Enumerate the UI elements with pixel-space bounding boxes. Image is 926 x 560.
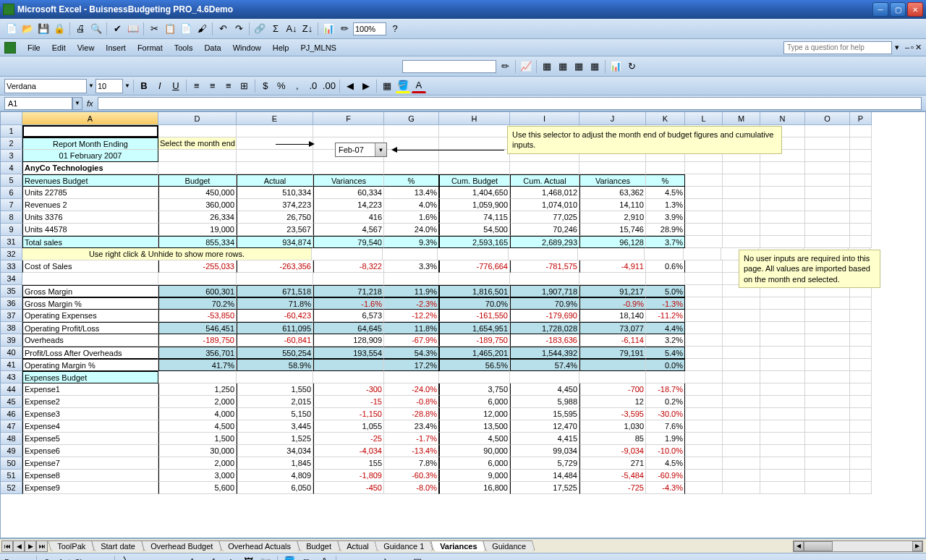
cell[interactable]: 2,910 [579, 211, 646, 224]
oval-icon[interactable]: ○ [171, 555, 186, 561]
cell[interactable]: -725 [579, 482, 646, 494]
3d-icon[interactable]: ▣ [410, 555, 425, 561]
cell[interactable]: Gross Margin [22, 285, 158, 297]
table-icon[interactable]: ▦ [540, 59, 554, 74]
italic-button[interactable]: I [153, 79, 167, 93]
cell[interactable]: 12 [579, 396, 646, 408]
cell[interactable]: 19,000 [158, 224, 237, 236]
cell[interactable] [685, 334, 723, 347]
cell[interactable] [723, 420, 760, 433]
cell[interactable] [22, 273, 158, 285]
cell[interactable] [760, 482, 805, 494]
sheet-tab[interactable]: Overhead Budget [141, 540, 222, 551]
cell[interactable] [509, 248, 578, 260]
cell[interactable] [805, 445, 850, 457]
cell[interactable] [805, 199, 850, 211]
refresh-icon[interactable]: ↻ [624, 59, 639, 74]
col-header-H[interactable]: H [439, 112, 510, 125]
cell[interactable] [685, 322, 723, 334]
cell[interactable] [646, 371, 685, 383]
menu-window[interactable]: Window [227, 42, 267, 54]
cell[interactable]: -60,841 [237, 334, 313, 347]
month-end-dropdown[interactable]: Feb-07 ▼ [335, 143, 387, 157]
cell[interactable]: -700 [579, 383, 646, 396]
cell[interactable] [805, 310, 850, 322]
sheet-tab[interactable]: Guidance [483, 540, 535, 551]
cell[interactable]: 1,816,501 [439, 285, 510, 297]
cell[interactable] [723, 457, 760, 470]
cell[interactable]: -189,750 [158, 334, 237, 347]
col-header-M[interactable]: M [723, 112, 760, 125]
cell[interactable] [760, 445, 805, 457]
cell[interactable] [760, 310, 805, 322]
cell[interactable] [723, 162, 760, 174]
chart-type-icon[interactable]: 📈 [519, 59, 533, 74]
cell[interactable]: Operating Margin % [22, 359, 158, 371]
sheet-tab[interactable]: Variances [430, 540, 486, 551]
cell[interactable]: -0.8% [384, 396, 439, 408]
cell[interactable] [805, 125, 850, 137]
cell[interactable]: 2,593,165 [439, 236, 510, 248]
cell[interactable]: 41.7% [158, 359, 237, 371]
cell[interactable] [439, 162, 510, 174]
cell[interactable] [760, 162, 805, 174]
cell[interactable]: 96,128 [579, 236, 646, 248]
undo-icon[interactable]: ↶ [216, 22, 230, 36]
col-header-O[interactable]: O [805, 112, 850, 125]
cell[interactable] [850, 137, 872, 150]
cell[interactable] [760, 457, 805, 470]
zoom-input[interactable] [353, 22, 386, 35]
row-header[interactable]: 36 [1, 297, 22, 310]
fill-color-icon[interactable]: 🪣 [282, 555, 297, 561]
cell[interactable]: 3,750 [439, 383, 510, 396]
cell[interactable]: 1.6% [384, 211, 439, 224]
cell[interactable]: -8.0% [384, 482, 439, 494]
cell[interactable] [312, 248, 383, 260]
cell[interactable] [760, 371, 805, 383]
cell[interactable]: Expense9 [22, 482, 158, 494]
research-icon[interactable]: 📖 [126, 22, 140, 36]
cell[interactable] [384, 273, 439, 285]
row-header[interactable]: 47 [1, 420, 22, 433]
cell[interactable]: 71.8% [237, 297, 313, 310]
cell[interactable] [237, 371, 313, 383]
cell[interactable]: Expense3 [22, 408, 158, 420]
wordart-icon[interactable]: A [206, 555, 221, 561]
row-header[interactable]: 46 [1, 408, 22, 420]
cell[interactable]: 155 [313, 457, 384, 470]
cell[interactable]: % [646, 174, 685, 187]
cell[interactable]: -4,034 [313, 445, 384, 457]
cell[interactable]: -4.3% [646, 482, 685, 494]
inc-decimal-button[interactable]: .0 [306, 79, 320, 93]
cell[interactable]: 30,000 [158, 445, 237, 457]
cell[interactable]: Expense8 [22, 470, 158, 482]
cell[interactable]: -60.3% [384, 470, 439, 482]
cell[interactable]: -781,575 [510, 260, 579, 273]
cell[interactable]: 17.2% [384, 359, 439, 371]
cell[interactable] [850, 174, 872, 187]
cell[interactable]: -4,911 [579, 260, 646, 273]
cell[interactable]: 85 [579, 433, 646, 445]
cell[interactable]: 26,334 [158, 211, 237, 224]
cell[interactable]: 1.9% [646, 433, 685, 445]
cell[interactable]: Cum. Budget [439, 174, 510, 187]
cell[interactable]: 0.0% [646, 359, 685, 371]
cell[interactable]: -161,550 [439, 310, 510, 322]
cell[interactable]: -179,690 [510, 310, 579, 322]
cell[interactable] [384, 162, 439, 174]
cell[interactable]: 79,540 [313, 236, 384, 248]
cell[interactable]: 5,600 [158, 482, 237, 494]
cell[interactable]: 15,746 [579, 224, 646, 236]
cell[interactable] [439, 150, 510, 162]
cell[interactable] [685, 199, 723, 211]
cell[interactable] [685, 433, 723, 445]
cell[interactable] [805, 457, 850, 470]
cell[interactable] [723, 322, 760, 334]
cell[interactable] [510, 162, 579, 174]
cell[interactable] [805, 322, 850, 334]
horizontal-scrollbar[interactable]: ◀ ▶ [793, 540, 923, 552]
cell[interactable]: 3.3% [384, 260, 439, 273]
cell[interactable]: 9,000 [439, 470, 510, 482]
cell[interactable]: 90,000 [439, 445, 510, 457]
cell[interactable]: 1,907,718 [510, 285, 579, 297]
